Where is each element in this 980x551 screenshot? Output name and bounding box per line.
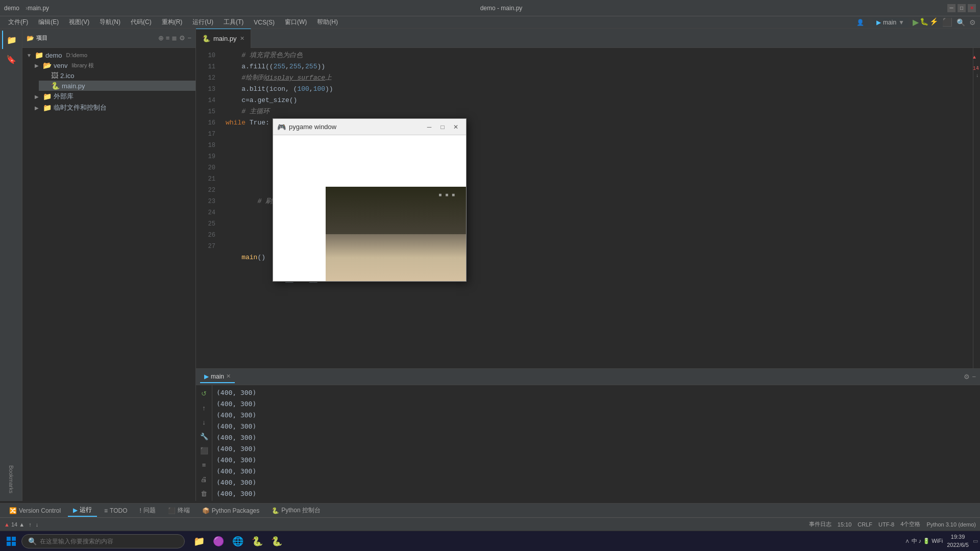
tree-item-demo[interactable]: ▼ 📁 demo D:\demo [22, 50, 195, 60]
svg-rect-1 [12, 537, 16, 541]
run-restart-icon[interactable]: ↺ [198, 387, 210, 399]
pygame-window[interactable]: 🎮 pygame window ─ □ ✕ ■ ■ ■ [273, 118, 467, 282]
menu-refactor[interactable]: 重构(R) [158, 17, 187, 28]
run-stop-icon[interactable]: ⬛ [198, 444, 210, 457]
tab-python-packages[interactable]: 📦 Python Packages [197, 506, 264, 516]
profile-button[interactable]: 👤 [852, 18, 868, 27]
pygame-title-text: pygame window [289, 123, 420, 131]
settings-button[interactable]: ⚙ [969, 18, 976, 27]
tab-python-console-label: Python 控制台 [281, 506, 321, 515]
status-warnings[interactable]: ▲ 14 ▲ [4, 521, 24, 528]
status-down[interactable]: ↓ [36, 521, 39, 528]
pygame-image: ■ ■ ■ [326, 187, 466, 281]
sidebar-settings-icon[interactable]: ⚙ [179, 34, 185, 42]
maximize-button[interactable]: □ [958, 4, 966, 12]
menu-tools[interactable]: 工具(T) [219, 17, 248, 28]
run-config-button[interactable]: ▶ main ▼ [872, 18, 909, 27]
coverage-button[interactable]: ⚡ [929, 17, 938, 27]
menu-view[interactable]: 视图(V) [65, 17, 93, 28]
folder-icon: 📂 [27, 35, 34, 42]
tree-item-ico[interactable]: 🖼 2.ico [39, 70, 195, 81]
run-output-line-5: (400, 300) [216, 432, 976, 443]
sidebar-action-locate[interactable]: ⊕ [158, 34, 164, 42]
status-events[interactable]: 事件日志 [809, 520, 831, 528]
sidebar-action-config[interactable]: ≣ [172, 34, 177, 42]
run-scroll-up-icon[interactable]: ↑ [198, 402, 210, 414]
tab-todo[interactable]: ≡ TODO [99, 506, 132, 516]
status-up[interactable]: ↑ [29, 521, 32, 528]
tree-item-venv[interactable]: ▶ 📂 venv library 根 [31, 60, 195, 70]
menu-code[interactable]: 代码(C) [127, 17, 156, 28]
menu-run[interactable]: 运行(U) [188, 17, 217, 28]
tab-terminal[interactable]: ⬛ 终端 [163, 505, 195, 516]
run-list-icon[interactable]: ≡ [198, 459, 210, 471]
sidebar-close-icon[interactable]: − [187, 34, 191, 42]
taskbar-clock[interactable]: 19:39 2022/6/5 [947, 533, 969, 549]
problems-icon: ! [140, 507, 141, 514]
ico-file-icon: 🖼 [51, 71, 58, 80]
tab-todo-label: TODO [110, 507, 127, 514]
sidebar-action-collapse[interactable]: ≡ [166, 34, 170, 42]
menu-window[interactable]: 窗口(W) [281, 17, 311, 28]
tab-close-icon[interactable]: ✕ [240, 35, 244, 42]
taskbar-search-input[interactable] [40, 538, 173, 545]
run-settings-icon[interactable]: ⚙ [964, 373, 970, 381]
chevron-right-temp: ▶ [35, 105, 41, 111]
tab-problems[interactable]: ! 问题 [135, 505, 161, 516]
menu-file[interactable]: 文件(F) [4, 17, 32, 28]
search-button[interactable]: 🔍 [957, 18, 965, 27]
menu-navigate[interactable]: 导航(N) [95, 17, 125, 28]
run-minimize-icon[interactable]: − [972, 373, 976, 381]
sidebar-bookmarks-icon[interactable]: Bookmarks [2, 459, 20, 500]
tree-item-mainpy[interactable]: 🐍 main.py [39, 81, 195, 91]
show-desktop-button[interactable]: ▭ [973, 538, 978, 544]
sidebar: 📂 项目 ⊕ ≡ ≣ ⚙ − ▼ 📁 demo D:\demo ▶ 📂 venv… [22, 29, 196, 501]
menu-help[interactable]: 帮助(H) [313, 17, 342, 28]
taskbar-app-files[interactable]: 📁 [190, 532, 208, 550]
run-output-line-10: (400, 300) [216, 488, 976, 499]
tab-problems-label: 问题 [143, 506, 156, 515]
run-print-icon[interactable]: 🖨 [198, 473, 210, 485]
tree-item-external[interactable]: ▶ 📁 外部库 [31, 91, 195, 102]
editor-tab-mainpy[interactable]: 🐍 main.py ✕ [196, 29, 251, 48]
taskbar-search[interactable]: 🔍 [21, 534, 185, 548]
debug-button[interactable]: 🐛 [920, 17, 928, 27]
taskbar-app-python[interactable]: 🐍 [267, 532, 286, 550]
bookmarks-icon[interactable]: 🔖 [2, 50, 20, 68]
status-python[interactable]: Python 3.10 (demo) [926, 521, 976, 528]
close-button[interactable]: ✕ [968, 4, 976, 12]
menu-vcs[interactable]: VCS(S) [250, 18, 279, 27]
tab-run[interactable]: ▶ 运行 [68, 504, 97, 517]
tab-version-control[interactable]: 🔀 Version Control [4, 506, 66, 516]
pygame-maximize-button[interactable]: □ [436, 121, 449, 133]
tree-item-temp[interactable]: ▶ 📁 临时文件和控制台 [31, 102, 195, 113]
run-tab-main[interactable]: ▶ main ✕ [200, 371, 235, 383]
tab-python-packages-label: Python Packages [212, 507, 259, 514]
menu-edit[interactable]: 编辑(E) [34, 17, 63, 28]
status-crlf[interactable]: CRLF [857, 521, 872, 528]
chevron-right-external: ▶ [35, 94, 41, 99]
explorer-icon[interactable]: 📁 [2, 31, 20, 49]
taskbar-app-edge[interactable]: 🌐 [229, 532, 247, 550]
app-name: demo [4, 5, 19, 12]
tab-python-console[interactable]: 🐍 Python 控制台 [266, 505, 326, 516]
stop-button[interactable]: ⬛ [942, 17, 952, 27]
status-position[interactable]: 15:10 [838, 521, 852, 528]
tree-label-venv: venv [54, 62, 67, 69]
minimize-button[interactable]: ─ [947, 4, 955, 12]
pygame-close-button[interactable]: ✕ [450, 121, 462, 133]
status-indent[interactable]: 4个空格 [900, 520, 920, 528]
run-output-line-8: (400, 300) [216, 466, 976, 477]
run-output-line-1: (400, 300) [216, 387, 976, 398]
taskbar-app-pycharm[interactable]: 🐍 [248, 532, 266, 550]
status-charset[interactable]: UTF-8 [878, 521, 894, 528]
run-trash-icon[interactable]: 🗑 [198, 487, 210, 499]
start-button[interactable] [2, 532, 20, 550]
editor-scrollbar[interactable]: ▲ 14 ↑ ↓ [973, 48, 980, 368]
run-button[interactable]: ▶ [913, 17, 919, 27]
run-tab-close[interactable]: ✕ [226, 373, 231, 380]
taskbar-app-vs[interactable]: 🟣 [209, 532, 228, 550]
wrench-icon[interactable]: 🔧 [198, 430, 210, 442]
pygame-minimize-button[interactable]: ─ [423, 121, 435, 133]
run-scroll-down-icon[interactable]: ↓ [198, 416, 210, 428]
